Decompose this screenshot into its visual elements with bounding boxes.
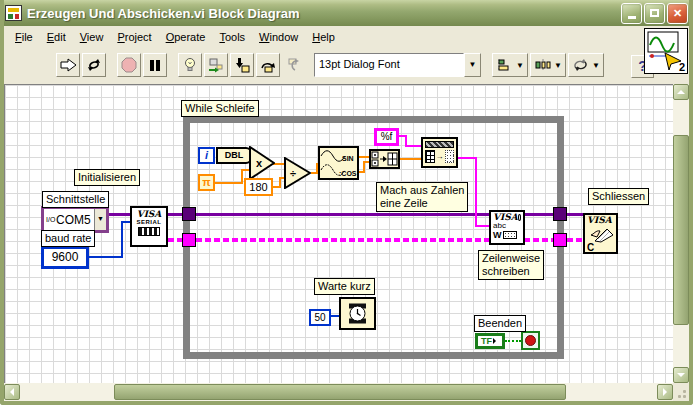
scroll-right-button[interactable] xyxy=(657,384,673,400)
sine-cosine-node[interactable]: SIN :COS xyxy=(318,146,359,180)
wire-stop-bool[interactable] xyxy=(505,340,521,342)
stop-sign-icon xyxy=(525,335,536,346)
tunnel-visa-left[interactable] xyxy=(182,207,196,221)
wire-baud-v[interactable] xyxy=(121,222,123,258)
wire-string-to-write[interactable] xyxy=(475,225,489,227)
visa-configure-serial-node[interactable]: VISA SERIAL xyxy=(130,206,168,247)
scroll-left-button[interactable] xyxy=(4,384,20,400)
format-pattern-icon xyxy=(425,141,454,148)
run-button[interactable] xyxy=(56,53,80,77)
close-button[interactable]: ✕ xyxy=(667,3,688,24)
retain-wire-values-button[interactable] xyxy=(204,53,228,77)
step-into-button[interactable] xyxy=(230,53,254,77)
wire-error-write-to-tunnel[interactable] xyxy=(524,238,553,242)
wait-ms-node[interactable] xyxy=(339,297,376,330)
lightbulb-icon xyxy=(183,57,197,73)
wire-pi-h[interactable] xyxy=(215,182,243,184)
wire-wait-ms[interactable] xyxy=(331,315,339,317)
make-line-label[interactable]: Mach aus Zahlen eine Zeile xyxy=(376,182,468,212)
com-port-dropdown-icon[interactable]: ▼ xyxy=(94,209,106,230)
font-selector-dropdown-icon[interactable]: ▼ xyxy=(464,53,481,77)
scroll-up-button[interactable] xyxy=(673,84,689,100)
stop-boolean-terminal[interactable]: TF xyxy=(475,333,505,349)
wire-baud-in[interactable] xyxy=(121,221,130,223)
visa-resource-control[interactable]: I/O COM5 ▼ xyxy=(41,206,109,233)
wire-visa-write-to-tunnel[interactable] xyxy=(524,213,553,216)
menu-operate[interactable]: Operate xyxy=(159,28,213,46)
wire-visa-com5-to-serial[interactable] xyxy=(108,213,130,216)
horizontal-scrollbar[interactable] xyxy=(4,383,673,401)
menu-edit[interactable]: Edit xyxy=(40,28,73,46)
while-loop-label[interactable]: While Schleife xyxy=(181,100,259,117)
com-port-value[interactable]: COM5 xyxy=(56,213,94,227)
wire-visa-tunnel-to-close[interactable] xyxy=(567,213,583,216)
to-double-node[interactable]: DBL xyxy=(216,147,252,164)
scroll-down-button[interactable] xyxy=(673,367,689,383)
divide-node[interactable]: ÷ xyxy=(284,157,311,189)
constant-180[interactable]: 180 xyxy=(244,178,273,196)
menu-tools[interactable]: Tools xyxy=(212,28,252,46)
menu-file[interactable]: File xyxy=(8,28,40,46)
interface-label[interactable]: Schnittstelle xyxy=(42,191,109,208)
distribute-objects-button[interactable]: ▼ xyxy=(530,53,566,77)
vertical-scroll-thumb[interactable] xyxy=(673,135,689,325)
block-diagram-canvas[interactable]: While Schleife Initialisieren Schnittste… xyxy=(4,84,673,383)
step-over-button[interactable] xyxy=(256,53,280,77)
wait-short-label[interactable]: Warte kurz xyxy=(314,278,375,295)
abort-button[interactable] xyxy=(117,53,141,77)
vertical-scrollbar[interactable] xyxy=(673,84,689,383)
stop-label[interactable]: Beenden xyxy=(474,315,526,332)
visa-write-node[interactable]: VISA abc W xyxy=(489,210,525,245)
menu-window[interactable]: Window xyxy=(252,28,305,46)
highlight-execution-button[interactable] xyxy=(178,53,202,77)
baud-rate-constant[interactable]: 9600 xyxy=(41,246,89,269)
baud-rate-label[interactable]: baud rate xyxy=(41,230,95,247)
reorder-button[interactable]: ▼ xyxy=(568,53,604,77)
array-to-spreadsheet-string-node[interactable]: → xyxy=(421,137,458,168)
wire-string-out[interactable] xyxy=(458,157,476,159)
iteration-terminal[interactable]: i xyxy=(198,147,215,164)
build-array-node[interactable] xyxy=(369,149,400,169)
wire-sin-out[interactable] xyxy=(359,156,369,158)
wait-ms-constant[interactable]: 50 xyxy=(309,309,331,326)
wire-pi-v[interactable] xyxy=(241,169,243,183)
wire-array-out[interactable] xyxy=(400,158,421,160)
tunnel-error-right[interactable] xyxy=(553,233,567,247)
wire-visa-serial-to-tunnel[interactable] xyxy=(168,213,182,216)
wire-baud-h[interactable] xyxy=(89,256,123,258)
wire-error-serial-to-tunnel[interactable] xyxy=(168,238,182,242)
close-label[interactable]: Schliessen xyxy=(588,188,649,205)
abort-icon xyxy=(121,57,137,73)
maximize-button[interactable] xyxy=(644,3,665,24)
font-selector-value[interactable]: 13pt Dialog Font xyxy=(314,53,464,77)
svg-text:x: x xyxy=(256,157,263,169)
pause-button[interactable] xyxy=(143,53,167,77)
svg-text::COS: :COS xyxy=(339,170,357,177)
wire-string-v[interactable] xyxy=(475,157,477,227)
multiply-node[interactable]: x xyxy=(249,146,275,180)
menu-view[interactable]: View xyxy=(73,28,111,46)
resize-grip[interactable] xyxy=(673,383,689,401)
minimize-button[interactable] xyxy=(621,3,642,24)
wire-visa-tunnel-to-write[interactable] xyxy=(196,213,489,216)
format-string-constant[interactable]: %f xyxy=(374,128,399,146)
menu-help[interactable]: Help xyxy=(305,28,342,46)
align-objects-button[interactable]: ▼ xyxy=(492,53,528,77)
pi-constant[interactable]: π xyxy=(198,174,215,191)
visa-close-node[interactable]: VISA C xyxy=(583,213,618,254)
horizontal-scroll-thumb[interactable] xyxy=(114,384,566,400)
tunnel-error-left[interactable] xyxy=(182,233,196,247)
tunnel-visa-right[interactable] xyxy=(553,207,567,221)
loop-condition-terminal[interactable] xyxy=(521,331,540,350)
close-hand-icon xyxy=(587,225,614,243)
menu-project[interactable]: Project xyxy=(110,28,158,46)
write-lines-label[interactable]: Zeilenweise schreiben xyxy=(478,250,544,280)
init-label[interactable]: Initialisieren xyxy=(74,169,140,186)
font-selector[interactable]: 13pt Dialog Font ▼ xyxy=(314,53,481,77)
step-out-button[interactable] xyxy=(282,53,306,77)
vi-icon[interactable]: 2 xyxy=(644,28,688,74)
wire-error-tunnel-to-close[interactable] xyxy=(567,238,583,242)
run-continuously-button[interactable] xyxy=(82,53,106,77)
wire-error-tunnel-to-write[interactable] xyxy=(196,238,489,242)
wire-format-in[interactable] xyxy=(405,145,421,147)
